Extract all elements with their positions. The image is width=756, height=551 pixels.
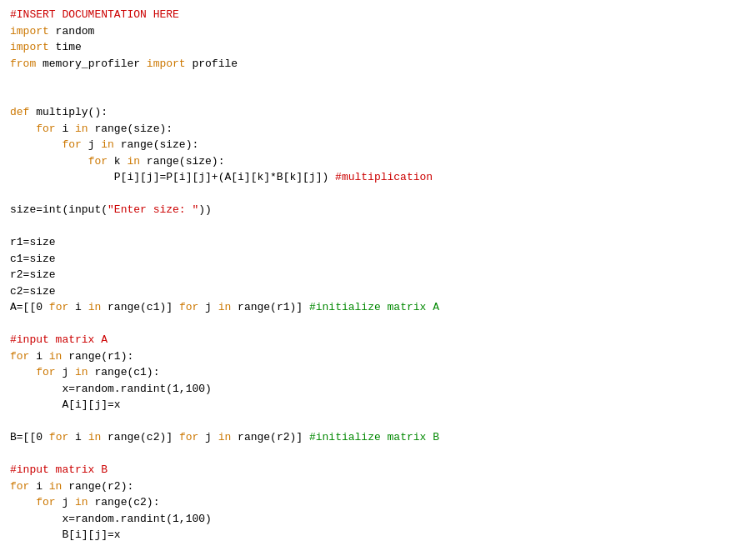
code-token: range(size): — [140, 155, 224, 168]
code-token: import — [10, 41, 49, 53]
code-token: 0 — [36, 431, 43, 443]
code-line: def multiply(): — [10, 104, 746, 121]
code-token: )) — [198, 203, 212, 216]
code-token — [10, 123, 36, 135]
code-token: A[i][j]=x — [10, 398, 121, 411]
code-token: j — [198, 431, 218, 443]
code-token: A=[[ — [10, 301, 36, 313]
code-line: x=random.randint(1,100) — [10, 381, 746, 398]
code-token: B=[[ — [10, 431, 36, 443]
code-token: in — [127, 155, 140, 168]
code-token: for — [49, 431, 68, 443]
code-line: for j in range(size): — [10, 137, 746, 153]
code-token: B[i][j]=x — [10, 528, 121, 541]
code-token: import — [147, 58, 186, 70]
code-token — [10, 155, 88, 168]
code-line: P[i][j]=P[i][j]+(A[i][k]*B[k][j]) #multi… — [10, 169, 746, 186]
code-line: B=[[0 for i in range(c2)] for j in range… — [10, 429, 746, 446]
code-token: r2=size — [10, 268, 56, 281]
code-token: range(c1): — [88, 366, 160, 378]
code-token: P[i][j]=P[i][j]+(A[i][k]*B[k][j]) — [10, 171, 335, 183]
code-token: in — [218, 301, 232, 313]
code-token: in — [88, 301, 102, 313]
code-line: r1=size — [10, 234, 746, 251]
code-token: for — [88, 155, 108, 168]
code-token: range(size): — [88, 123, 173, 135]
code-token: for — [179, 301, 198, 313]
code-token: x=random.randint(1,100) — [10, 383, 212, 395]
code-line: A[i][j]=x — [10, 397, 746, 413]
code-line — [10, 186, 746, 203]
code-token: in — [75, 496, 88, 508]
code-token: j — [56, 496, 75, 508]
code-token: range(r1): — [62, 350, 133, 363]
code-line: from memory_profiler import profile — [10, 56, 746, 73]
code-line: c2=size — [10, 283, 746, 300]
code-token: c2=size — [10, 285, 56, 298]
code-token: from — [10, 58, 36, 70]
code-editor: #INSERT DOCUMENTATION HEREimport randomi… — [0, 0, 756, 551]
code-token: #multiplication — [335, 171, 433, 183]
code-line — [10, 446, 746, 463]
code-token: in — [88, 431, 102, 443]
code-line: for i in range(size): — [10, 121, 746, 138]
code-line — [10, 316, 746, 333]
code-token: i — [56, 123, 75, 135]
code-line: A=[[0 for i in range(c1)] for j in range… — [10, 299, 746, 316]
code-line: #input matrix A — [10, 332, 746, 348]
code-token: in — [218, 431, 232, 443]
code-token: multiply(): — [29, 106, 108, 118]
code-token: for — [10, 480, 29, 493]
code-line — [10, 543, 746, 552]
code-token: for — [49, 301, 68, 313]
code-line: x=random.randint(1,100) — [10, 511, 746, 528]
code-token: def — [10, 106, 29, 118]
code-line: #INSERT DOCUMENTATION HERE — [10, 7, 746, 23]
code-token: range(r2): — [62, 480, 133, 493]
code-line: size=int(input("Enter size: ")) — [10, 202, 746, 218]
code-token: in — [101, 138, 114, 151]
code-token: k — [108, 155, 127, 168]
code-token: profile — [186, 58, 238, 70]
code-line: import time — [10, 39, 746, 56]
code-token: memory_profiler — [36, 58, 147, 70]
code-token: i — [29, 480, 48, 493]
code-line: r2=size — [10, 267, 746, 283]
code-token — [43, 301, 49, 313]
code-token: i — [68, 301, 88, 313]
code-token: c1=size — [10, 253, 56, 265]
code-token: range(r2)] — [231, 431, 309, 443]
code-token: range(c2)] — [101, 431, 179, 443]
code-token: #initialize matrix B — [309, 431, 439, 443]
code-token: #input matrix A — [10, 333, 108, 346]
code-token: i — [68, 431, 88, 443]
code-token: 0 — [36, 301, 43, 313]
code-token: for — [36, 496, 55, 508]
code-token — [10, 496, 36, 508]
code-token: in — [75, 366, 88, 378]
code-token: for — [10, 350, 29, 363]
code-token: in — [49, 480, 63, 493]
code-token: time — [49, 41, 82, 53]
code-token: for — [36, 366, 55, 378]
code-line: for i in range(r1): — [10, 348, 746, 365]
code-token: #INSERT DOCUMENTATION HERE — [10, 8, 179, 21]
code-token: for — [36, 123, 55, 135]
code-token: for — [62, 138, 81, 151]
code-token: random — [49, 25, 95, 38]
code-token: size=int(input( — [10, 203, 108, 216]
code-token — [10, 366, 36, 378]
code-token — [43, 431, 49, 443]
code-token: i — [29, 350, 48, 363]
code-token: #input matrix B — [10, 463, 108, 476]
code-line: for k in range(size): — [10, 153, 746, 170]
code-token: r1=size — [10, 236, 56, 248]
code-token: range(r1)] — [231, 301, 309, 313]
code-token — [10, 138, 62, 151]
code-token: range(size): — [114, 138, 198, 151]
code-token: range(c1)] — [101, 301, 179, 313]
code-token: x=random.randint(1,100) — [10, 513, 212, 525]
code-line: for j in range(c1): — [10, 364, 746, 381]
code-line: c1=size — [10, 251, 746, 268]
code-line — [10, 72, 746, 88]
